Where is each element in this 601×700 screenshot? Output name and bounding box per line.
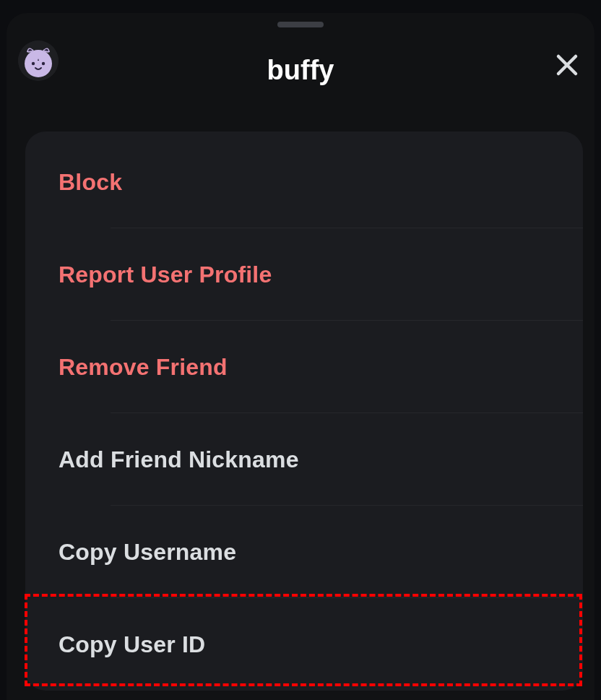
sheet-title: buffy — [267, 55, 334, 86]
menu-item-label: Block — [59, 169, 122, 196]
close-button[interactable] — [550, 48, 584, 82]
menu-item-report-user-profile[interactable]: Report User Profile — [25, 228, 583, 321]
menu-item-label: Report User Profile — [59, 262, 272, 288]
sheet-header: buffy — [7, 13, 594, 114]
menu-item-remove-friend[interactable]: Remove Friend — [25, 321, 583, 413]
menu-item-label: Copy Username — [59, 539, 236, 566]
close-icon — [554, 52, 580, 78]
svg-point-3 — [42, 62, 45, 65]
menu-item-label: Copy User ID — [59, 631, 205, 658]
avatar[interactable] — [18, 40, 59, 81]
actions-panel: Block Report User Profile Remove Friend … — [25, 131, 583, 691]
menu-item-copy-user-id[interactable]: Copy User ID — [25, 598, 583, 691]
avatar-icon — [18, 40, 59, 81]
menu-item-add-friend-nickname[interactable]: Add Friend Nickname — [25, 413, 583, 506]
menu-item-copy-username[interactable]: Copy Username — [25, 506, 583, 598]
bottom-sheet: buffy Block Report User Profile Remove F… — [7, 13, 594, 700]
menu-item-block[interactable]: Block — [25, 136, 583, 228]
menu-item-label: Remove Friend — [59, 354, 228, 381]
menu-item-label: Add Friend Nickname — [59, 446, 299, 473]
svg-point-1 — [25, 50, 52, 77]
svg-point-2 — [32, 62, 35, 65]
